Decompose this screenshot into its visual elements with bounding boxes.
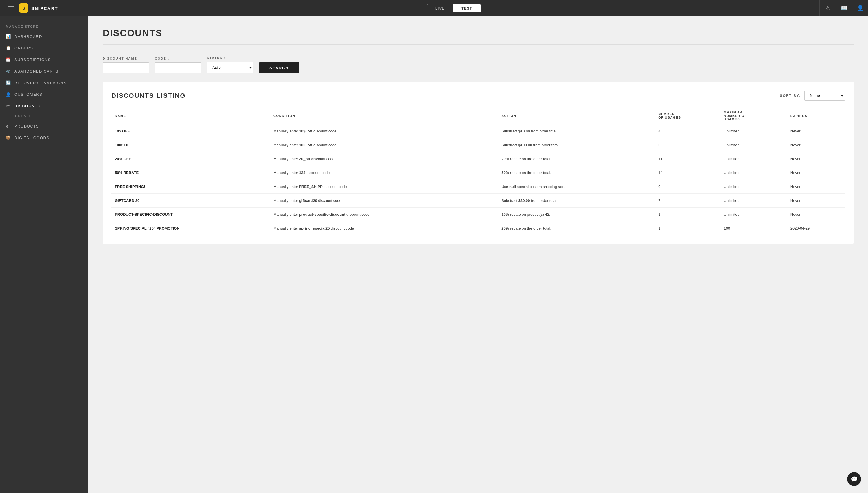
table-row[interactable]: 100$ OFFManually enter 100_off discount … xyxy=(111,138,845,152)
cell-usages: 1 xyxy=(655,221,720,235)
cell-expires: Never xyxy=(787,152,845,166)
cell-action: Substract $20.00 from order total. xyxy=(498,194,655,208)
table-row[interactable]: GIFTCARD 20Manually enter giftcard20 dis… xyxy=(111,194,845,208)
subscriptions-icon: 📅 xyxy=(6,57,11,62)
recovery-campaigns-icon: 🔄 xyxy=(6,80,11,85)
cell-usages: 14 xyxy=(655,166,720,180)
search-form: DISCOUNT NAME : CODE : STATUS : Active I… xyxy=(103,56,853,73)
cell-max-usages: Unlimited xyxy=(720,194,787,208)
status-select[interactable]: Active Inactive All xyxy=(207,62,253,73)
sidebar-item-digital-goods[interactable]: 📦 DIGITAL GOODS xyxy=(0,132,88,144)
cell-expires: Never xyxy=(787,138,845,152)
cell-expires: Never xyxy=(787,208,845,221)
cell-max-usages: Unlimited xyxy=(720,166,787,180)
chat-bubble[interactable]: 💬 xyxy=(847,472,861,486)
code-label: CODE : xyxy=(155,57,201,60)
table-row[interactable]: 50% REBATEManually enter 123 discount co… xyxy=(111,166,845,180)
dashboard-icon: 📊 xyxy=(6,34,11,39)
cell-name: GIFTCARD 20 xyxy=(111,194,270,208)
cell-expires: 2020-04-29 xyxy=(787,221,845,235)
book-icon-button[interactable]: 📖 xyxy=(835,0,852,16)
code-input[interactable] xyxy=(155,62,201,73)
sidebar-section-label: MANAGE STORE xyxy=(0,22,88,31)
hamburger-menu[interactable] xyxy=(6,4,16,13)
sidebar-item-customers[interactable]: 👤 CUSTOMERS xyxy=(0,88,88,100)
topbar-actions: ⚠ 📖 👤 xyxy=(820,0,868,16)
sidebar-item-orders-label: ORDERS xyxy=(15,46,33,50)
sidebar-item-products[interactable]: 🏷 PRODUCTS xyxy=(0,120,88,132)
sidebar-item-recovery-campaigns[interactable]: 🔄 RECOVERY CAMPAIGNS xyxy=(0,77,88,88)
cell-usages: 0 xyxy=(655,180,720,194)
test-mode-button[interactable]: TEST xyxy=(453,4,480,13)
orders-icon: 📋 xyxy=(6,46,11,50)
alert-icon-button[interactable]: ⚠ xyxy=(820,0,835,16)
page-title: DISCOUNTS xyxy=(103,28,853,45)
discount-name-label: DISCOUNT NAME : xyxy=(103,57,149,60)
cell-name: SPRING SPECIAL "25" PROMOTION xyxy=(111,221,270,235)
sidebar-item-discounts-label: DISCOUNTS xyxy=(15,104,41,108)
listing-title: DISCOUNTS LISTING xyxy=(111,92,185,100)
col-action: ACTION xyxy=(498,108,655,124)
cell-max-usages: Unlimited xyxy=(720,180,787,194)
search-button[interactable]: SEARCH xyxy=(259,62,299,73)
cell-condition: Manually enter 10$_off discount code xyxy=(270,124,498,138)
table-row[interactable]: SPRING SPECIAL "25" PROMOTIONManually en… xyxy=(111,221,845,235)
cell-expires: Never xyxy=(787,166,845,180)
mode-switcher: LIVE TEST xyxy=(88,4,820,13)
topbar: S SNIPCART LIVE TEST ⚠ 📖 👤 xyxy=(0,0,868,16)
cell-expires: Never xyxy=(787,124,845,138)
cell-name: 50% REBATE xyxy=(111,166,270,180)
cell-action: Use null special custom shipping rate. xyxy=(498,180,655,194)
status-group: STATUS : Active Inactive All xyxy=(207,56,253,73)
discount-name-input[interactable] xyxy=(103,62,149,73)
table-row[interactable]: 20% OFFManually enter 20_off discount co… xyxy=(111,152,845,166)
status-label: STATUS : xyxy=(207,56,253,60)
cell-name: 20% OFF xyxy=(111,152,270,166)
main-content: DISCOUNTS DISCOUNT NAME : CODE : STATUS … xyxy=(88,16,868,493)
cell-name: 100$ OFF xyxy=(111,138,270,152)
listing-header: DISCOUNTS LISTING SORT BY: Name Date Usa… xyxy=(111,90,845,101)
sort-select[interactable]: Name Date Usage xyxy=(804,90,845,101)
cell-usages: 4 xyxy=(655,124,720,138)
sidebar: MANAGE STORE 📊 DASHBOARD 📋 ORDERS 📅 SUBS… xyxy=(0,16,88,493)
cell-max-usages: Unlimited xyxy=(720,124,787,138)
sort-by-label: SORT BY: xyxy=(780,94,801,98)
cell-usages: 11 xyxy=(655,152,720,166)
sidebar-item-products-label: PRODUCTS xyxy=(15,124,39,128)
live-mode-button[interactable]: LIVE xyxy=(427,4,453,13)
sidebar-item-digital-goods-label: DIGITAL GOODS xyxy=(15,136,49,140)
cell-action: 25% rebate on the order total. xyxy=(498,221,655,235)
cell-max-usages: 100 xyxy=(720,221,787,235)
sidebar-item-orders[interactable]: 📋 ORDERS xyxy=(0,42,88,54)
logo-area: S SNIPCART xyxy=(0,3,88,13)
sidebar-item-recovery-campaigns-label: RECOVERY CAMPAIGNS xyxy=(15,81,66,85)
sidebar-item-dashboard-label: DASHBOARD xyxy=(15,35,42,39)
sidebar-item-dashboard[interactable]: 📊 DASHBOARD xyxy=(0,31,88,42)
table-row[interactable]: FREE SHIPPING!Manually enter FREE_SHIPP … xyxy=(111,180,845,194)
sidebar-item-subscriptions-label: SUBSCRIPTIONS xyxy=(15,58,51,62)
col-condition: CONDITION xyxy=(270,108,498,124)
cell-action: Substract $100.00 from order total. xyxy=(498,138,655,152)
col-max-usages: MAXIMUMNUMBER OFUSAGES xyxy=(720,108,787,124)
cell-usages: 0 xyxy=(655,138,720,152)
cell-condition: Manually enter product-specific-discount… xyxy=(270,208,498,221)
discounts-listing-card: DISCOUNTS LISTING SORT BY: Name Date Usa… xyxy=(103,82,853,244)
products-icon: 🏷 xyxy=(6,124,11,128)
sidebar-item-abandoned-carts[interactable]: 🛒 ABANDONED CARTS xyxy=(0,65,88,77)
table-row[interactable]: PRODUCT-SPECIFIC-DISCOUNTManually enter … xyxy=(111,208,845,221)
sidebar-item-discounts[interactable]: ✂ DISCOUNTS xyxy=(0,100,88,112)
cell-expires: Never xyxy=(787,180,845,194)
sidebar-item-subscriptions[interactable]: 📅 SUBSCRIPTIONS xyxy=(0,54,88,65)
cell-max-usages: Unlimited xyxy=(720,152,787,166)
cell-action: 10% rebate on product(s) 42. xyxy=(498,208,655,221)
sidebar-subitem-create[interactable]: CREATE xyxy=(0,112,88,120)
cell-condition: Manually enter 123 discount code xyxy=(270,166,498,180)
table-row[interactable]: 10$ OFFManually enter 10$_off discount c… xyxy=(111,124,845,138)
discounts-icon: ✂ xyxy=(6,104,11,108)
user-icon-button[interactable]: 👤 xyxy=(852,0,868,16)
cell-name: FREE SHIPPING! xyxy=(111,180,270,194)
cell-condition: Manually enter 100_off discount code xyxy=(270,138,498,152)
cell-usages: 1 xyxy=(655,208,720,221)
cell-expires: Never xyxy=(787,194,845,208)
abandoned-carts-icon: 🛒 xyxy=(6,69,11,73)
